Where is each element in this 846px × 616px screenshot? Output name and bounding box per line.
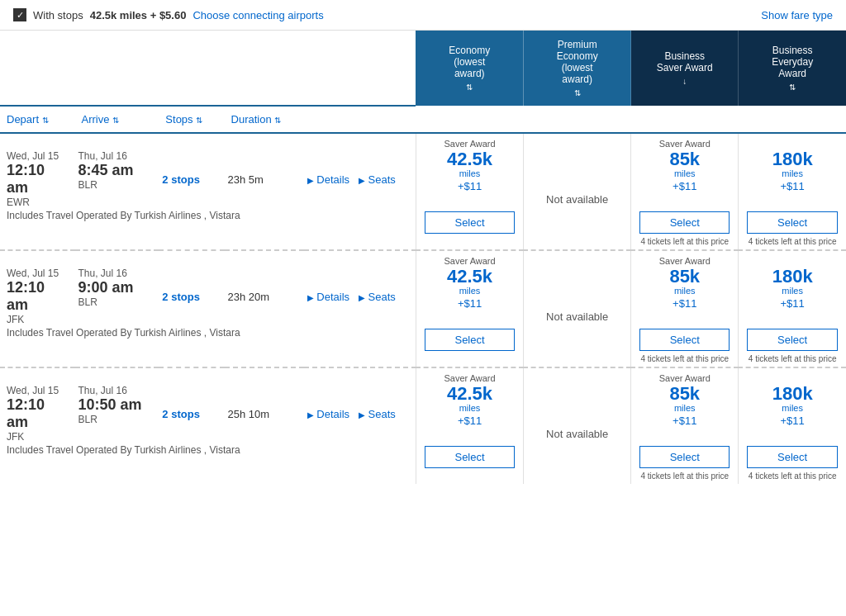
stops-cell-3: 2 stops	[159, 383, 224, 444]
sort-duration[interactable]: Duration ⇅	[225, 106, 304, 133]
economy-price-2: +$11	[420, 297, 520, 310]
biz-everyday-select-btn-1[interactable]: Select	[747, 211, 838, 234]
duration-cell-1: 23h 5m	[225, 149, 304, 210]
seats-link-3[interactable]: Seats	[368, 408, 396, 420]
includes-text-3: Includes Travel Operated By Turkish Airl…	[7, 444, 240, 456]
details-link-3[interactable]: Details	[316, 408, 349, 420]
biz-saver-select-btn-3[interactable]: Select	[639, 446, 730, 468]
economy-award-label-1: Saver Award	[416, 133, 523, 149]
details-arrow-2: ▶	[307, 293, 314, 302]
biz-everyday-price-1: +$11	[742, 180, 843, 192]
seats-arrow-2: ▶	[359, 293, 365, 302]
arrive-cell-1: Thu, Jul 16 8:45 am BLR	[75, 149, 159, 210]
biz-everyday-unit-1: miles	[742, 168, 843, 178]
seats-link-1[interactable]: Seats	[368, 173, 396, 186]
duration-value-2: 23h 20m	[228, 291, 270, 303]
biz-everyday-miles-cell-1: 180k miles +$11	[739, 149, 846, 210]
with-stops-checkbox[interactable]: ✓	[13, 8, 26, 21]
biz-saver-miles-cell-2: 85k miles +$11	[631, 266, 739, 327]
biz-saver-btn-cell-3: Select	[631, 444, 739, 471]
depart-code-2: JFK	[7, 314, 69, 325]
economy-select-btn-3[interactable]: Select	[425, 446, 515, 468]
seats-link-2[interactable]: Seats	[368, 291, 396, 303]
show-fare-type-link[interactable]: Show fare type	[761, 9, 833, 21]
duration-value-3: 25h 10m	[228, 408, 270, 420]
sort-stops[interactable]: Stops ⇅	[159, 106, 224, 133]
economy-unit-1: miles	[420, 168, 520, 178]
sort-depart[interactable]: Depart ⇅	[0, 106, 75, 133]
seats-arrow-3: ▶	[359, 410, 365, 419]
depart-time-3: 12:10 am	[7, 396, 69, 431]
biz-everyday-price-3: +$11	[742, 415, 843, 427]
depart-code-1: EWR	[7, 197, 69, 208]
economy-miles-cell-2: 42.5k miles +$11	[416, 266, 523, 327]
details-link-2[interactable]: Details	[316, 291, 349, 303]
biz-saver-award-label-3: Saver Award	[631, 367, 739, 383]
economy-unit-3: miles	[420, 403, 520, 413]
flight-1-ticket-row: 4 tickets left at this price 4 tickets l…	[0, 237, 846, 249]
duration-cell-3: 25h 10m	[225, 383, 304, 444]
biz-everyday-select-btn-3[interactable]: Select	[747, 446, 838, 468]
biz-saver-tickets-3: 4 tickets left at this price	[631, 471, 739, 484]
economy-label: Economy(lowestaward)	[421, 45, 518, 79]
economy-select-btn-1[interactable]: Select	[425, 211, 515, 234]
economy-award-label-2: Saver Award	[416, 250, 523, 266]
depart-time-2: 12:10 am	[7, 279, 69, 314]
premium-cell-1: Not available	[524, 149, 631, 249]
economy-award-label-3: Saver Award	[416, 367, 523, 383]
stops-value-2: 2 stops	[162, 291, 200, 303]
biz-saver-btn-cell-2: Select	[631, 327, 739, 354]
depart-date-3: Wed, Jul 15	[7, 385, 69, 396]
biz-saver-award-label-2: Saver Award	[631, 250, 739, 266]
stops-cell-2: 2 stops	[159, 266, 224, 327]
sort-arrive[interactable]: Arrive ⇅	[75, 106, 159, 133]
details-cell-2: ▶ Details ▶ Seats	[304, 266, 416, 327]
miles-price: 42.5k miles + $5.60	[90, 9, 187, 21]
biz-saver-select-btn-1[interactable]: Select	[639, 211, 730, 234]
flight-3-btn-row: Includes Travel Operated By Turkish Airl…	[0, 444, 846, 471]
biz-saver-select-btn-2[interactable]: Select	[639, 329, 730, 351]
depart-time-1: 12:10 am	[7, 162, 69, 197]
biz-everyday-miles-3: 180k	[742, 385, 843, 403]
col-biz-saver-header: BusinessSaver Award ↓	[631, 31, 739, 106]
col-premium-header: PremiumEconomy(lowestaward) ⇅	[524, 31, 631, 106]
stops-value-1: 2 stops	[162, 173, 200, 186]
choose-airports-link[interactable]: Choose connecting airports	[192, 9, 323, 21]
arrive-cell-2: Thu, Jul 16 9:00 am BLR	[75, 266, 159, 327]
arrive-code-3: BLR	[78, 414, 153, 425]
arrive-code-1: BLR	[78, 179, 153, 191]
flight-row-3: Wed, Jul 15 12:10 am JFK Thu, Jul 16 10:…	[0, 383, 846, 444]
flight-row-2: Wed, Jul 15 12:10 am JFK Thu, Jul 16 9:0…	[0, 266, 846, 327]
flight-2-label-row: Saver Award Saver Award	[0, 250, 846, 266]
depart-date-1: Wed, Jul 15	[7, 150, 69, 162]
col-economy-header: Economy(lowestaward) ⇅	[416, 31, 523, 106]
biz-saver-price-2: +$11	[634, 297, 734, 310]
economy-btn-cell-3: Select	[416, 444, 523, 471]
biz-everyday-btn-cell-1: Select	[739, 210, 846, 237]
flight-3-label-row: Saver Award Saver Award	[0, 367, 846, 383]
biz-everyday-select-btn-2[interactable]: Select	[747, 329, 838, 351]
includes-text-1: Includes Travel Operated By Turkish Airl…	[7, 210, 240, 221]
duration-cell-2: 23h 20m	[225, 266, 304, 327]
arrive-date-1: Thu, Jul 16	[78, 150, 153, 162]
seats-arrow-1: ▶	[359, 176, 365, 185]
biz-saver-miles-3: 85k	[634, 385, 734, 403]
biz-everyday-tickets-3: 4 tickets left at this price	[739, 471, 846, 484]
economy-btn-cell-1: Select	[416, 210, 523, 237]
premium-label: PremiumEconomy(lowestaward)	[529, 39, 625, 85]
arrive-code-2: BLR	[78, 296, 153, 308]
arrive-time-3: 10:50 am	[78, 396, 153, 414]
depart-date-2: Wed, Jul 15	[7, 268, 69, 279]
biz-everyday-miles-cell-3: 180k miles +$11	[739, 383, 846, 444]
details-link-1[interactable]: Details	[316, 173, 349, 186]
details-cell-1: ▶ Details ▶ Seats	[304, 149, 416, 210]
depart-cell-3: Wed, Jul 15 12:10 am JFK	[0, 383, 75, 444]
depart-cell-2: Wed, Jul 15 12:10 am JFK	[0, 266, 75, 327]
biz-saver-unit-3: miles	[634, 403, 734, 413]
biz-saver-miles-cell-3: 85k miles +$11	[631, 383, 739, 444]
top-bar: ✓ With stops 42.5k miles + $5.60 Choose …	[0, 0, 846, 31]
biz-everyday-btn-cell-3: Select	[739, 444, 846, 471]
economy-miles-cell-3: 42.5k miles +$11	[416, 383, 523, 444]
col-biz-everyday-header: BusinessEverydayAward ⇅	[739, 31, 846, 106]
economy-select-btn-2[interactable]: Select	[425, 329, 515, 351]
